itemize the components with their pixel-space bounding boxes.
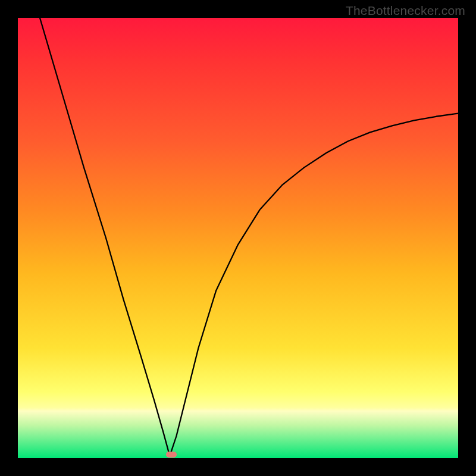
curve-svg xyxy=(18,18,458,458)
chart-frame: TheBottlenecker.com xyxy=(0,0,476,476)
plot-area xyxy=(18,18,458,458)
watermark-text: TheBottlenecker.com xyxy=(346,4,465,18)
minimum-marker xyxy=(166,452,177,458)
bottleneck-curve xyxy=(40,18,458,456)
